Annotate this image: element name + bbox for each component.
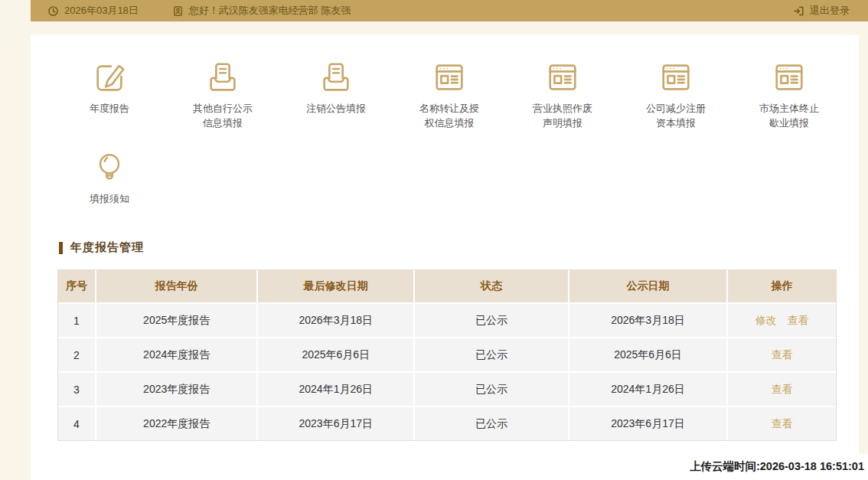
nav-icon-row-1: 年度报告 其他自行公示信息填报 注销公告填报 名称转让及授权信息填报 — [53, 60, 846, 131]
current-date: 2026年03月18日 — [47, 4, 139, 18]
col-header-status: 状态 — [415, 270, 569, 302]
nav-item-license-void[interactable]: 营业执照作废声明填报 — [506, 60, 619, 131]
table-row: 3 2023年度报告 2024年1月26日 已公示 2024年1月26日 查看 — [58, 373, 836, 406]
nav-item-label: 填报须知 — [78, 192, 141, 207]
report-year: 2022年度报告 — [96, 407, 259, 440]
greeting-text: 您好！武汉陈友强家电经营部 陈友强 — [189, 4, 351, 18]
report-year: 2024年度报告 — [96, 338, 259, 371]
nav-item-deregistration-notice[interactable]: 注销公告填报 — [279, 60, 393, 131]
logout-button[interactable]: 退出登录 — [793, 4, 850, 18]
section-header: 年度报告管理 — [59, 240, 144, 255]
browser-icon — [658, 60, 693, 95]
browser-icon — [432, 60, 467, 95]
user-badge-icon — [172, 5, 184, 17]
row-no: 1 — [58, 304, 96, 337]
clock-icon — [47, 5, 59, 17]
col-header-no: 序号 — [58, 270, 96, 302]
col-header-published: 公示日期 — [569, 270, 729, 302]
modified-date: 2024年1月26日 — [258, 373, 415, 406]
col-header-year: 报告年份 — [96, 270, 259, 302]
nav-item-label: 市场主体终止歇业填报 — [758, 102, 821, 131]
browser-icon — [772, 60, 807, 95]
table-row: 2 2024年度报告 2025年6月6日 已公示 2025年6月6日 查看 — [58, 338, 836, 371]
nav-item-label: 年度报告 — [78, 102, 141, 116]
inbox-icon — [318, 60, 354, 95]
status-text: 已公示 — [415, 338, 569, 371]
user-greeting: 您好！武汉陈友强家电经营部 陈友强 — [172, 4, 351, 18]
nav-item-filing-instructions[interactable]: 填报须知 — [53, 150, 166, 207]
row-no: 3 — [58, 373, 96, 406]
nav-item-label: 名称转让及授权信息填报 — [418, 102, 481, 131]
modify-link[interactable]: 修改 — [755, 314, 777, 328]
logout-label: 退出登录 — [810, 4, 850, 18]
actions-cell: 查看 — [728, 338, 836, 371]
logout-icon — [793, 5, 804, 17]
section-title: 年度报告管理 — [70, 240, 144, 255]
status-text: 已公示 — [415, 373, 569, 406]
actions-cell: 查看 — [728, 373, 836, 406]
nav-icon-row-2: 填报须知 — [53, 150, 166, 207]
nav-item-annual-report[interactable]: 年度报告 — [53, 60, 166, 131]
annual-report-table: 序号 报告年份 最后修改日期 状态 公示日期 操作 1 2025年度报告 202… — [57, 269, 837, 441]
date-text: 2026年03月18日 — [64, 4, 139, 18]
nav-item-label: 其他自行公示信息填报 — [191, 102, 254, 131]
col-header-actions: 操作 — [728, 270, 836, 302]
section-marker-bar — [59, 242, 63, 254]
table-row: 4 2022年度报告 2023年6月17日 已公示 2023年6月17日 查看 — [58, 407, 836, 440]
top-bar: 2026年03月18日 您好！武汉陈友强家电经营部 陈友强 退出登录 — [31, 0, 868, 21]
modified-date: 2023年6月17日 — [258, 407, 415, 440]
right-margin-strip — [859, 34, 868, 454]
table-row: 1 2025年度报告 2026年3月18日 已公示 2026年3月18日 修改 … — [58, 304, 836, 337]
publish-date: 2025年6月6日 — [569, 338, 729, 371]
report-year: 2023年度报告 — [96, 373, 259, 406]
view-link[interactable]: 查看 — [772, 348, 793, 362]
status-text: 已公示 — [415, 304, 569, 337]
nav-item-capital-reduction[interactable]: 公司减少注册资本填报 — [619, 60, 733, 131]
modified-date: 2025年6月6日 — [258, 338, 415, 371]
nav-item-other-disclosure[interactable]: 其他自行公示信息填报 — [166, 60, 279, 131]
view-link[interactable]: 查看 — [772, 383, 793, 397]
browser-icon — [545, 60, 580, 95]
actions-cell: 修改 查看 — [728, 304, 836, 337]
modified-date: 2026年3月18日 — [258, 304, 415, 337]
actions-cell: 查看 — [728, 407, 836, 440]
table-header-row: 序号 报告年份 最后修改日期 状态 公示日期 操作 — [58, 270, 836, 302]
row-no: 4 — [58, 407, 96, 440]
col-header-modified: 最后修改日期 — [258, 270, 415, 302]
nav-item-label: 营业执照作废声明填报 — [531, 102, 594, 131]
bulb-icon — [92, 150, 127, 185]
nav-item-label: 公司减少注册资本填报 — [644, 102, 707, 131]
inbox-icon — [205, 60, 240, 95]
nav-item-name-transfer[interactable]: 名称转让及授权信息填报 — [393, 60, 506, 131]
report-year: 2025年度报告 — [96, 304, 259, 337]
nav-item-label: 注销公告填报 — [305, 102, 367, 116]
status-text: 已公示 — [415, 407, 569, 440]
row-no: 2 — [58, 338, 96, 371]
upload-time-text: 上传云端时间:2026-03-18 16:51:01 — [690, 459, 864, 474]
view-link[interactable]: 查看 — [772, 417, 793, 431]
edit-icon — [92, 60, 127, 95]
publish-date: 2023年6月17日 — [569, 407, 729, 440]
publish-date: 2024年1月26日 — [569, 373, 729, 406]
view-link[interactable]: 查看 — [788, 314, 809, 328]
nav-item-business-termination[interactable]: 市场主体终止歇业填报 — [733, 60, 846, 131]
publish-date: 2026年3月18日 — [569, 304, 729, 337]
